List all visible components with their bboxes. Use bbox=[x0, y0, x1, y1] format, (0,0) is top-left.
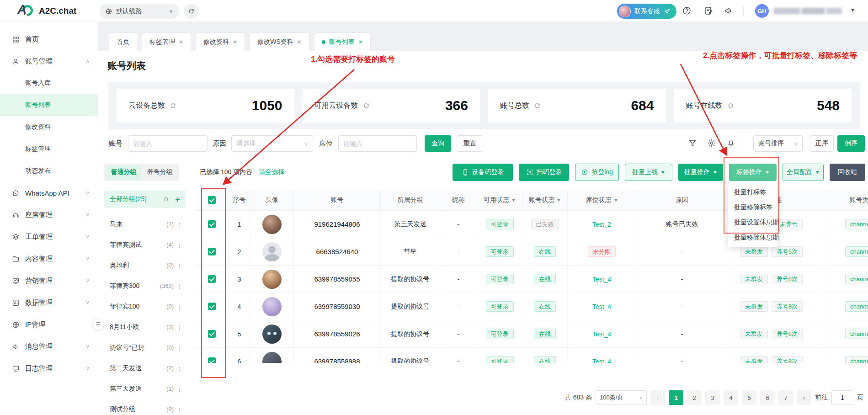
group-more-icon[interactable] bbox=[176, 365, 183, 372]
page-button-7[interactable]: 7 bbox=[778, 390, 793, 405]
row-checkbox[interactable] bbox=[208, 220, 216, 228]
close-icon[interactable]: ✕ bbox=[233, 39, 237, 45]
reset-button[interactable]: 重置 bbox=[457, 135, 483, 152]
group-add-icon[interactable] bbox=[174, 196, 181, 203]
sort-caret-icon[interactable]: ▼ bbox=[511, 198, 517, 202]
stat-refresh-button[interactable] bbox=[727, 101, 734, 110]
group-more-icon[interactable] bbox=[176, 324, 183, 330]
sidebar-item-account-list[interactable]: 账号列表 bbox=[0, 94, 98, 116]
sort-asc-button[interactable]: 正序 bbox=[810, 135, 834, 152]
sidebar-item-ticket-manage[interactable]: 工单管理∨ bbox=[0, 226, 98, 248]
group-more-icon[interactable] bbox=[176, 242, 183, 248]
account-filter-input[interactable] bbox=[128, 135, 208, 152]
device-code-login-button[interactable]: 设备码登录 bbox=[453, 164, 513, 181]
batch-online-button[interactable]: 批量上线▼ bbox=[625, 164, 672, 181]
row-checkbox[interactable] bbox=[208, 275, 216, 283]
page-button-2[interactable]: 2 bbox=[687, 390, 702, 405]
route-refresh-button[interactable] bbox=[184, 4, 199, 19]
group-item-2[interactable]: 奥地利(0) bbox=[104, 255, 186, 276]
group-item-8[interactable]: 第三天发送(1) bbox=[104, 378, 186, 399]
seat-link[interactable]: Test_4 bbox=[592, 276, 611, 283]
sidebar-item-log-manage[interactable]: 日志管理∨ bbox=[0, 357, 98, 379]
group-more-icon[interactable] bbox=[176, 345, 183, 351]
table-settings-button[interactable] bbox=[707, 138, 717, 149]
row-checkbox[interactable] bbox=[208, 248, 216, 255]
select-all-checkbox[interactable] bbox=[208, 196, 216, 204]
group-item-5[interactable]: 8月11小欧(3) bbox=[104, 317, 186, 337]
sidebar-item-data-manage[interactable]: 数据管理∨ bbox=[0, 292, 98, 314]
stat-refresh-button[interactable] bbox=[534, 101, 541, 110]
scan-login-button[interactable]: 扫码登录 bbox=[519, 164, 569, 181]
row-checkbox[interactable] bbox=[208, 303, 216, 310]
page-button-1[interactable]: 1 bbox=[669, 390, 683, 405]
sort-caret-icon[interactable]: ▼ bbox=[556, 198, 562, 202]
sidebar-item-moment-publish[interactable]: 动态发布 bbox=[0, 160, 98, 182]
recycle-bin-button[interactable]: 回收站 bbox=[830, 164, 865, 181]
close-icon[interactable]: ✕ bbox=[179, 39, 183, 45]
announcement-button[interactable] bbox=[724, 6, 734, 16]
dropdown-item-2[interactable]: 批量设置休息期 bbox=[728, 215, 778, 230]
global-config-button[interactable]: 全局配置▼ bbox=[783, 164, 824, 181]
sidebar-item-whatsapp-api[interactable]: WhatsApp API∨ bbox=[0, 182, 98, 204]
sort-caret-icon[interactable]: ▼ bbox=[613, 198, 618, 202]
dropdown-item-1[interactable]: 批量移除标签 bbox=[728, 200, 778, 215]
sidebar-item-home[interactable]: 首页 bbox=[0, 28, 98, 50]
prev-page-button[interactable]: ‹ bbox=[650, 390, 665, 405]
sort-select[interactable]: 账号排序 ∨ bbox=[753, 135, 803, 152]
user-menu-chevron-icon[interactable]: ▼ bbox=[850, 7, 855, 13]
sidebar-item-ip-manage[interactable]: IP管理 bbox=[0, 314, 98, 335]
page-button-4[interactable]: 4 bbox=[724, 390, 738, 405]
clear-selection-link[interactable]: 清空选择 bbox=[259, 168, 284, 176]
tab-home[interactable]: 首页 bbox=[109, 32, 137, 51]
tab-tag-manage[interactable]: 标签管理✕ bbox=[142, 32, 191, 51]
group-more-icon[interactable] bbox=[176, 221, 183, 228]
page-size-select[interactable]: 100条/页 ∨ bbox=[596, 390, 647, 405]
sidebar-item-edit-profile[interactable]: 修改资料 bbox=[0, 116, 98, 138]
group-tab-normal-group[interactable]: 普通分组 bbox=[106, 165, 142, 180]
group-item-6[interactable]: 协议号*已封(0) bbox=[104, 337, 186, 358]
goto-page-input[interactable] bbox=[831, 390, 853, 405]
group-item-4[interactable]: 菲律宾100(0) bbox=[104, 296, 186, 317]
group-more-icon[interactable] bbox=[176, 303, 183, 310]
filter-funnel-button[interactable] bbox=[688, 138, 698, 149]
batch-operate-button[interactable]: 批量操作▼ bbox=[678, 164, 723, 181]
contact-support-button[interactable]: 联系客服 bbox=[617, 4, 676, 19]
sort-desc-button[interactable]: 倒序 bbox=[837, 135, 865, 152]
next-page-button[interactable]: › bbox=[797, 390, 811, 405]
group-item-0[interactable]: 马来(1) bbox=[104, 214, 186, 234]
group-item-9[interactable]: 测试分组(9) bbox=[104, 399, 186, 415]
sidebar-item-content-manage[interactable]: 内容管理∨ bbox=[0, 248, 98, 270]
seat-link[interactable]: Test_2 bbox=[592, 221, 611, 228]
stat-refresh-button[interactable] bbox=[363, 101, 370, 110]
sidebar-item-tag-manage[interactable]: 标签管理 bbox=[0, 138, 98, 160]
stat-refresh-button[interactable] bbox=[170, 101, 176, 110]
user-avatar[interactable]: GH bbox=[755, 4, 769, 18]
group-item-1[interactable]: 菲律宾测试(4) bbox=[104, 234, 186, 255]
close-icon[interactable]: ✕ bbox=[297, 39, 302, 45]
sidebar-collapse-handle[interactable]: ☰ bbox=[92, 319, 104, 330]
group-more-icon[interactable] bbox=[176, 386, 183, 392]
route-selector[interactable]: 默认线路 ▼ bbox=[100, 4, 179, 19]
all-groups-row[interactable]: 全部分组(25) bbox=[104, 191, 186, 208]
row-checkbox[interactable] bbox=[208, 330, 216, 338]
page-button-5[interactable]: 5 bbox=[742, 390, 756, 405]
sidebar-item-account-inbound[interactable]: 账号入库 bbox=[0, 72, 98, 94]
sidebar-item-seat-manage[interactable]: 座席管理∨ bbox=[0, 204, 98, 226]
tag-operate-button[interactable]: 标签操作▼ bbox=[729, 164, 777, 181]
group-tab-nurture-group[interactable]: 养号分组 bbox=[142, 165, 178, 180]
seat-filter-input[interactable] bbox=[338, 135, 417, 152]
page-button-6[interactable]: 6 bbox=[760, 390, 775, 405]
group-item-3[interactable]: 菲律宾300(363) bbox=[104, 276, 186, 296]
notify-button[interactable] bbox=[726, 138, 736, 149]
dropdown-item-0[interactable]: 批量打标签 bbox=[728, 185, 778, 200]
seat-link[interactable]: Test_4 bbox=[592, 330, 611, 338]
seat-link[interactable]: Test_4 bbox=[592, 303, 611, 310]
group-more-icon[interactable] bbox=[176, 406, 183, 413]
tab-edit-profile[interactable]: 修改资料✕ bbox=[196, 32, 245, 51]
page-button-3[interactable]: 3 bbox=[705, 390, 720, 405]
sidebar-item-account-manage[interactable]: 账号管理∧ bbox=[0, 50, 98, 72]
row-checkbox[interactable] bbox=[208, 357, 216, 363]
group-more-icon[interactable] bbox=[176, 262, 183, 269]
group-more-icon[interactable] bbox=[176, 283, 183, 289]
search-button[interactable]: 查询 bbox=[425, 135, 451, 152]
